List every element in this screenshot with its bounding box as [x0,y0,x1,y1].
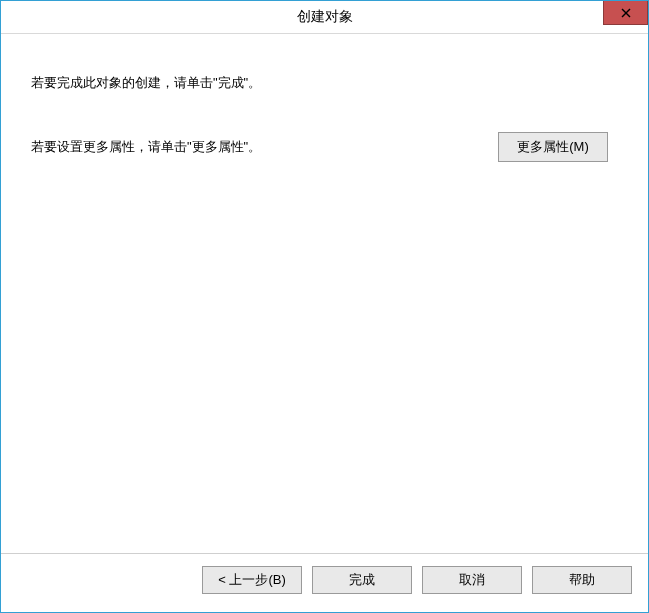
dialog-body: 若要完成此对象的创建，请单击"完成"。 若要设置更多属性，请单击"更多属性"。 … [1,34,648,553]
dialog-footer: < 上一步(B) 完成 取消 帮助 [1,553,648,612]
finish-instruction-text: 若要完成此对象的创建，请单击"完成"。 [31,74,618,92]
back-button[interactable]: < 上一步(B) [202,566,302,594]
window-title: 创建对象 [1,8,648,26]
titlebar: 创建对象 [1,1,648,34]
create-object-dialog: 创建对象 若要完成此对象的创建，请单击"完成"。 若要设置更多属性，请单击"更多… [0,0,649,613]
more-properties-instruction-text: 若要设置更多属性，请单击"更多属性"。 [31,138,261,156]
more-properties-row: 若要设置更多属性，请单击"更多属性"。 更多属性(M) [31,132,618,162]
close-icon [621,8,631,18]
cancel-button[interactable]: 取消 [422,566,522,594]
finish-button[interactable]: 完成 [312,566,412,594]
help-button[interactable]: 帮助 [532,566,632,594]
more-properties-button[interactable]: 更多属性(M) [498,132,608,162]
close-button[interactable] [603,1,648,25]
